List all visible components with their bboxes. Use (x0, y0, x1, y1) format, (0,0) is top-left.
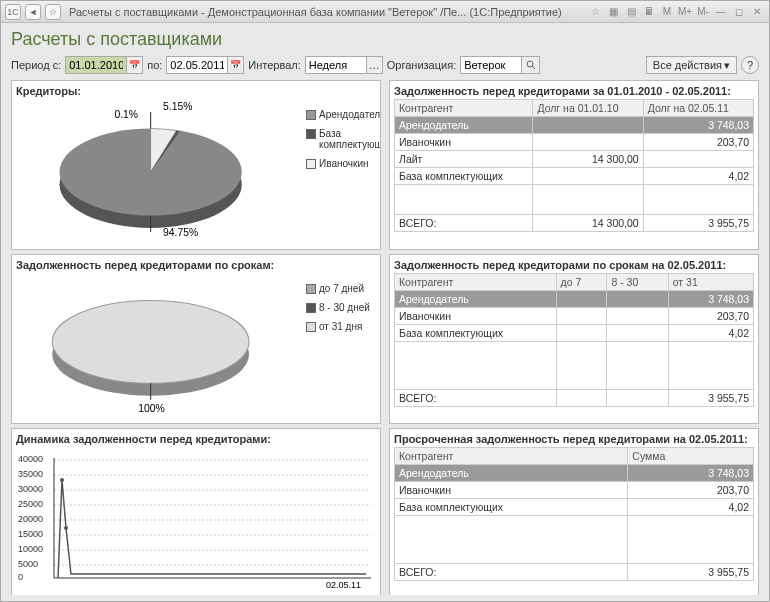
panel-debt-period: Задолженность перед кредиторами за 01.01… (389, 80, 759, 250)
calendar-icon[interactable]: 📅 (228, 56, 244, 74)
svg-text:0: 0 (18, 572, 23, 582)
svg-point-28 (60, 478, 64, 482)
favorite-icon[interactable]: ☆ (45, 4, 61, 20)
panel-debt-term: Задолженность перед кредиторами по срока… (389, 254, 759, 424)
svg-text:30000: 30000 (18, 484, 43, 494)
period-from-input[interactable] (65, 56, 127, 74)
line-chart-dynamics: 40000 35000 30000 25000 20000 15000 1000… (16, 447, 376, 593)
titlebar: 1С ◄ ☆ Расчеты с поставщиками - Демонстр… (1, 1, 769, 23)
chevron-down-icon: ▾ (724, 59, 730, 72)
svg-text:02.05.11: 02.05.11 (326, 580, 361, 590)
pie-label: 0.1% (114, 109, 138, 120)
page-title: Расчеты с поставщиками (11, 29, 759, 50)
table-row[interactable]: Арендодатель3 748,03 (395, 117, 754, 134)
maximize-button[interactable]: ◻ (731, 4, 747, 20)
panel-overdue: Просроченная задолженность перед кредито… (389, 428, 759, 595)
org-label: Организация: (387, 59, 456, 71)
table-row[interactable]: База комплектующих4,02 (395, 168, 754, 185)
pie-label: 94.75% (163, 227, 198, 238)
star-icon[interactable]: ☆ (587, 4, 603, 20)
table-row[interactable]: Лайт14 300,00 (395, 151, 754, 168)
svg-point-29 (64, 526, 68, 530)
mplus-icon[interactable]: M+ (677, 4, 693, 20)
tool-icon-1[interactable]: ▦ (605, 4, 621, 20)
search-icon[interactable] (522, 56, 540, 74)
legend: до 7 дней 8 - 30 дней от 31 дня (306, 273, 376, 419)
help-button[interactable]: ? (741, 56, 759, 74)
org-input[interactable] (460, 56, 522, 74)
m-icon[interactable]: M (659, 4, 675, 20)
minimize-button[interactable]: — (713, 4, 729, 20)
table-row[interactable]: Арендодатель3 748,03 (395, 465, 754, 482)
svg-point-7 (52, 300, 249, 383)
svg-text:10000: 10000 (18, 544, 43, 554)
table-total-row: ВСЕГО:3 955,75 (395, 390, 754, 407)
svg-text:40000: 40000 (18, 454, 43, 464)
pie-chart-creditors: 5.15% 0.1% 94.75% (16, 99, 306, 245)
period-to-input[interactable] (166, 56, 228, 74)
mminus-icon[interactable]: M- (695, 4, 711, 20)
window-title: Расчеты с поставщиками - Демонстрационна… (65, 6, 583, 18)
calc-icon[interactable]: 🖩 (641, 4, 657, 20)
svg-text:35000: 35000 (18, 469, 43, 479)
table-total-row: ВСЕГО:14 300,003 955,75 (395, 215, 754, 232)
close-button[interactable]: ✕ (749, 4, 765, 20)
panel-by-term: Задолженность перед кредиторами по срока… (11, 254, 381, 424)
svg-text:25000: 25000 (18, 499, 43, 509)
tool-icon-2[interactable]: ▤ (623, 4, 639, 20)
period-to-label: по: (147, 59, 162, 71)
panel-title: Задолженность перед кредиторами по срока… (16, 259, 376, 271)
panel-title: Просроченная задолженность перед кредито… (394, 433, 754, 445)
table-row[interactable]: База комплектующих4,02 (395, 325, 754, 342)
pie-label: 5.15% (163, 101, 192, 112)
interval-input[interactable] (305, 56, 367, 74)
pie-chart-term: 100% (16, 273, 306, 419)
app-window: 1С ◄ ☆ Расчеты с поставщиками - Демонстр… (0, 0, 770, 602)
panel-title: Задолженность перед кредиторами по срока… (394, 259, 754, 271)
interval-picker-button[interactable]: … (367, 56, 383, 74)
panel-title: Динамика задолженности перед кредиторами… (16, 433, 376, 445)
table-row[interactable]: Иваночкин203,70 (395, 482, 754, 499)
content-area: Расчеты с поставщиками Период с: 📅 по: 📅… (1, 23, 769, 601)
panel-title: Кредиторы: (16, 85, 376, 97)
table-row[interactable]: Иваночкин203,70 (395, 134, 754, 151)
table-row[interactable]: База комплектующих4,02 (395, 499, 754, 516)
app-menu-icon[interactable]: 1С (5, 4, 21, 20)
interval-label: Интервал: (248, 59, 300, 71)
panel-title: Задолженность перед кредиторами за 01.01… (394, 85, 754, 97)
dashboard-grid: Кредиторы: 5.15% 0.1% 94.75% Аре (11, 80, 759, 595)
table-debt-period[interactable]: КонтрагентДолг на 01.01.10Долг на 02.05.… (394, 99, 754, 232)
legend: Арендодатель База комплектующих Иваночки… (306, 99, 376, 245)
table-row[interactable]: Иваночкин203,70 (395, 308, 754, 325)
filter-bar: Период с: 📅 по: 📅 Интервал: … Организаци… (11, 56, 759, 74)
svg-line-1 (532, 66, 535, 69)
nav-back-button[interactable]: ◄ (25, 4, 41, 20)
svg-text:15000: 15000 (18, 529, 43, 539)
svg-text:5000: 5000 (18, 559, 38, 569)
panel-creditors: Кредиторы: 5.15% 0.1% 94.75% Аре (11, 80, 381, 250)
table-row[interactable]: Арендодатель3 748,03 (395, 291, 754, 308)
table-total-row: ВСЕГО:3 955,75 (395, 564, 754, 581)
calendar-icon[interactable]: 📅 (127, 56, 143, 74)
all-actions-button[interactable]: Все действия ▾ (646, 56, 737, 74)
period-from-label: Период с: (11, 59, 61, 71)
table-overdue[interactable]: КонтрагентСумма Арендодатель3 748,03 Ива… (394, 447, 754, 581)
table-debt-term[interactable]: Контрагентдо 78 - 30от 31 Арендодатель3 … (394, 273, 754, 407)
pie-label: 100% (138, 403, 164, 414)
svg-text:20000: 20000 (18, 514, 43, 524)
panel-dynamics: Динамика задолженности перед кредиторами… (11, 428, 381, 595)
